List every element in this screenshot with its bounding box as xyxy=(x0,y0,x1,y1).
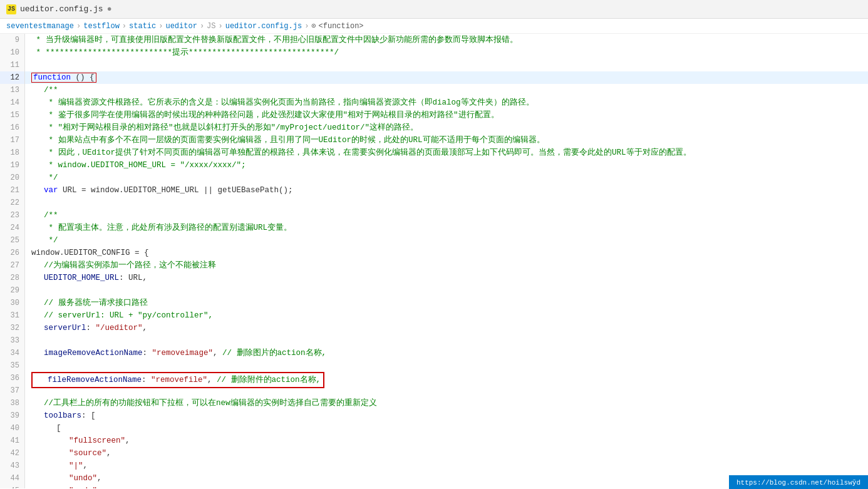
line-num-25: 25 xyxy=(0,234,24,247)
code-line-31: // serverUrl: URL + "py/controller", xyxy=(25,309,868,322)
code-line-12: function () { xyxy=(25,71,868,84)
code-line-32: serverUrl: "/ueditor", xyxy=(25,322,868,334)
code-line-29 xyxy=(25,284,868,297)
code-line-9: * 当升级编辑器时，可直接使用旧版配置文件替换新版配置文件，不用担心旧版配置文件… xyxy=(25,34,868,46)
line-num-21: 21 xyxy=(0,184,24,197)
code-line-33 xyxy=(25,334,868,347)
code-line-28: UEDITOR_HOME_URL: URL, xyxy=(25,272,868,284)
line-num-37: 37 xyxy=(0,384,24,397)
code-line-14: * 编辑器资源文件根路径。它所表示的含义是：以编辑器实例化页面为当前路径，指向编… xyxy=(25,96,868,109)
code-line-24: * 配置项主体。注意，此处所有涉及到路径的配置别遗漏URL变量。 xyxy=(25,222,868,234)
line-num-12: 12 xyxy=(0,71,24,84)
line-num-9: 9 xyxy=(0,34,24,46)
code-line-40: [ xyxy=(25,422,868,435)
line-num-26: 26 xyxy=(0,247,24,259)
code-line-11 xyxy=(25,59,868,71)
line-num-16: 16 xyxy=(0,121,24,134)
code-line-41: "fullscreen", xyxy=(25,435,868,447)
line-num-42: 42 xyxy=(0,447,24,460)
line-num-14: 14 xyxy=(0,96,24,109)
code-line-34: imageRemoveActionName: "removeimage", //… xyxy=(25,347,868,359)
line-num-28: 28 xyxy=(0,272,24,284)
title-bar: JS ueditor.config.js ● xyxy=(0,0,868,19)
line-numbers: 9 10 11 12 13 14 15 16 17 18 19 20 21 22… xyxy=(0,34,25,488)
line-num-39: 39 xyxy=(0,409,24,422)
code-line-16: * "相对于网站根目录的相对路径"也就是以斜杠打开头的形如"/myProject… xyxy=(25,121,868,134)
code-line-18: * 因此，UEditor提供了针对不同页面的编辑器可单独配置的根路径，具体来说，… xyxy=(25,147,868,159)
code-line-27: //为编辑器实例添加一个路径，这个不能被注释 xyxy=(25,259,868,272)
line-num-34: 34 xyxy=(0,347,24,359)
js-icon: JS xyxy=(6,4,16,14)
line-num-18: 18 xyxy=(0,147,24,159)
status-bar: https://blog.csdn.net/hoilswỹd xyxy=(729,475,868,488)
code-line-43: "|", xyxy=(25,460,868,472)
line-num-23: 23 xyxy=(0,209,24,222)
code-line-26: window.UEDITOR_CONFIG = { xyxy=(25,247,868,259)
code-line-35 xyxy=(25,359,868,372)
line-num-24: 24 xyxy=(0,222,24,234)
line-num-33: 33 xyxy=(0,334,24,347)
line-num-38: 38 xyxy=(0,397,24,409)
code-line-20: */ xyxy=(25,172,868,184)
line-num-36: 36 xyxy=(0,372,24,384)
code-area[interactable]: * 当升级编辑器时，可直接使用旧版配置文件替换新版配置文件，不用担心旧版配置文件… xyxy=(25,34,868,488)
line-num-20: 20 xyxy=(0,172,24,184)
code-line-10: * ***************************提示*********… xyxy=(25,46,868,59)
code-line-19: * window.UEDITOR_HOME_URL = "/xxxx/xxxx/… xyxy=(25,159,868,172)
breadcrumb: seventestmanage › testflow › static › ue… xyxy=(0,19,868,34)
line-num-30: 30 xyxy=(0,297,24,309)
line-num-19: 19 xyxy=(0,159,24,172)
code-line-30: // 服务器统一请求接口路径 xyxy=(25,297,868,309)
code-line-38: //工具栏上的所有的功能按钮和下拉框，可以在new编辑器的实例时选择自己需要的重… xyxy=(25,397,868,409)
line-num-27: 27 xyxy=(0,259,24,272)
code-line-21: var URL = window.UEDITOR_HOME_URL || get… xyxy=(25,184,868,197)
line-num-15: 15 xyxy=(0,109,24,121)
line-num-32: 32 xyxy=(0,322,24,334)
line-num-44: 44 xyxy=(0,472,24,485)
line-num-43: 43 xyxy=(0,460,24,472)
line-num-11: 11 xyxy=(0,59,24,71)
filename-label: ueditor.config.js xyxy=(20,4,103,14)
line-num-40: 40 xyxy=(0,422,24,435)
line-num-41: 41 xyxy=(0,435,24,447)
line-num-13: 13 xyxy=(0,84,24,96)
line-num-45: 45 xyxy=(0,485,24,488)
line-num-35: 35 xyxy=(0,359,24,372)
code-line-13: /** xyxy=(25,84,868,96)
line-num-17: 17 xyxy=(0,134,24,147)
code-line-22 xyxy=(25,197,868,209)
code-line-42: "source", xyxy=(25,447,868,460)
modified-dot: ● xyxy=(107,4,112,14)
code-line-25: */ xyxy=(25,234,868,247)
line-num-29: 29 xyxy=(0,284,24,297)
line-num-31: 31 xyxy=(0,309,24,322)
status-url: https://blog.csdn.net/hoilswỹd xyxy=(736,478,860,486)
code-line-17: * 如果站点中有多个不在同一层级的页面需要实例化编辑器，且引用了同一UEdito… xyxy=(25,134,868,147)
code-line-39: toolbars: [ xyxy=(25,409,868,422)
line-num-10: 10 xyxy=(0,46,24,59)
code-line-15: * 鉴于很多同学在使用编辑器的时候出现的种种路径问题，此处强烈建议大家使用"相对… xyxy=(25,109,868,121)
code-line-36: fileRemoveActionName: "removefile", // 删… xyxy=(25,372,868,384)
code-line-23: /** xyxy=(25,209,868,222)
editor-container: 9 10 11 12 13 14 15 16 17 18 19 20 21 22… xyxy=(0,34,868,488)
line-num-22: 22 xyxy=(0,197,24,209)
